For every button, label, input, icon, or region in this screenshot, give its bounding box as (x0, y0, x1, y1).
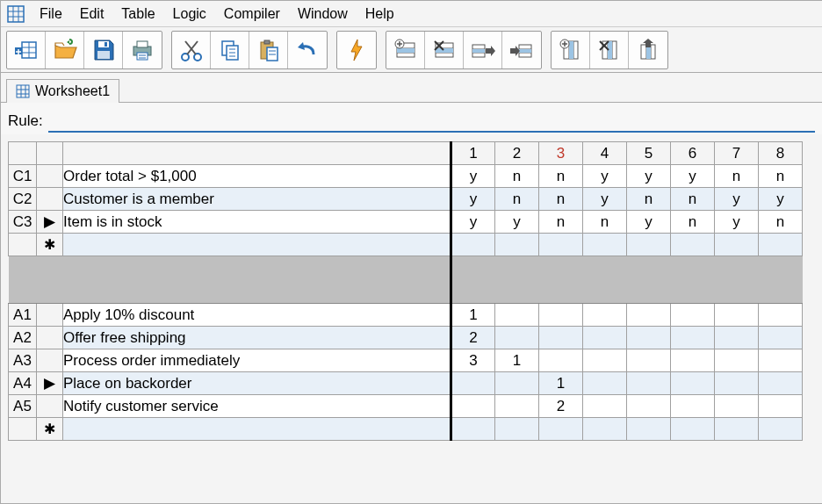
cell[interactable]: n (495, 188, 539, 211)
cell[interactable]: y (451, 165, 495, 188)
cell[interactable] (715, 349, 759, 372)
cell[interactable] (451, 372, 495, 395)
row-id[interactable]: A3 (9, 349, 37, 372)
move-row-out-button[interactable] (502, 32, 541, 68)
cell[interactable]: y (583, 165, 627, 188)
cell[interactable] (583, 372, 627, 395)
cell[interactable] (495, 418, 539, 441)
cell[interactable] (539, 304, 583, 327)
undo-button[interactable] (288, 32, 327, 68)
action-text[interactable]: Process order immediately (63, 349, 451, 372)
cell[interactable]: y (627, 165, 671, 188)
cell[interactable] (759, 418, 803, 441)
row-id[interactable]: A4 (9, 372, 37, 395)
move-row-right-button[interactable] (464, 32, 502, 68)
rule-header[interactable]: 3 (539, 142, 583, 165)
cell[interactable]: n (627, 188, 671, 211)
action-text[interactable]: Apply 10% discount (63, 304, 451, 327)
rule-header[interactable]: 6 (671, 142, 715, 165)
cell[interactable] (451, 395, 495, 418)
cell[interactable] (627, 349, 671, 372)
cell[interactable] (627, 327, 671, 349)
cell[interactable] (759, 349, 803, 372)
insert-column-button[interactable] (552, 32, 590, 68)
cell[interactable] (495, 304, 539, 327)
insert-row-button[interactable] (386, 32, 425, 68)
cell[interactable] (627, 372, 671, 395)
cell[interactable] (627, 234, 671, 256)
cell[interactable] (715, 395, 759, 418)
row-marker[interactable] (37, 304, 63, 327)
cell[interactable]: n (495, 165, 539, 188)
cell[interactable]: 1 (451, 304, 495, 327)
row-marker[interactable]: ▶ (37, 372, 63, 395)
rule-header[interactable]: 5 (627, 142, 671, 165)
cell[interactable] (451, 418, 495, 441)
cell[interactable]: n (539, 188, 583, 211)
cell[interactable] (671, 395, 715, 418)
row-id[interactable]: C3 (9, 211, 37, 234)
new-row-marker[interactable]: ✱ (37, 234, 63, 256)
menu-window[interactable]: Window (289, 3, 357, 25)
cell[interactable]: y (583, 188, 627, 211)
row-id[interactable]: A5 (9, 395, 37, 418)
cell[interactable]: n (583, 211, 627, 234)
cell[interactable]: y (451, 211, 495, 234)
cell[interactable]: n (715, 165, 759, 188)
cell[interactable] (495, 327, 539, 349)
row-id[interactable]: C1 (9, 165, 37, 188)
cell[interactable]: y (627, 211, 671, 234)
menu-compiler[interactable]: Compiler (215, 3, 289, 25)
cell[interactable] (671, 372, 715, 395)
cell[interactable]: n (671, 188, 715, 211)
cell[interactable]: y (759, 188, 803, 211)
menu-file[interactable]: File (31, 3, 71, 25)
action-text[interactable] (63, 418, 451, 441)
cell[interactable] (539, 234, 583, 256)
condition-text[interactable]: Order total > $1,000 (63, 165, 451, 188)
menu-table[interactable]: Table (112, 3, 163, 25)
condition-text[interactable]: Customer is a member (63, 188, 451, 211)
delete-column-button[interactable] (590, 32, 629, 68)
cell[interactable] (759, 395, 803, 418)
cell[interactable] (715, 372, 759, 395)
cell[interactable] (627, 395, 671, 418)
cell[interactable] (583, 349, 627, 372)
move-column-button[interactable] (629, 32, 667, 68)
cell[interactable]: y (451, 188, 495, 211)
rule-header[interactable]: 2 (495, 142, 539, 165)
action-text[interactable]: Notify customer service (63, 395, 451, 418)
cell[interactable]: y (715, 188, 759, 211)
cell[interactable] (759, 234, 803, 256)
delete-row-button[interactable] (425, 32, 464, 68)
cell[interactable]: y (495, 211, 539, 234)
cell[interactable] (759, 304, 803, 327)
save-button[interactable] (84, 32, 123, 68)
row-id[interactable] (9, 234, 37, 256)
row-marker[interactable] (37, 327, 63, 349)
cell[interactable] (627, 418, 671, 441)
cell[interactable] (627, 304, 671, 327)
cell[interactable]: n (671, 211, 715, 234)
cell[interactable]: 3 (451, 349, 495, 372)
menu-edit[interactable]: Edit (71, 3, 113, 25)
rule-header[interactable]: 4 (583, 142, 627, 165)
row-marker[interactable]: ▶ (37, 211, 63, 234)
cell[interactable] (583, 327, 627, 349)
cell[interactable]: 2 (539, 395, 583, 418)
cell[interactable] (539, 418, 583, 441)
menu-logic[interactable]: Logic (164, 3, 215, 25)
cell[interactable] (715, 327, 759, 349)
row-marker[interactable] (37, 349, 63, 372)
row-marker[interactable] (37, 395, 63, 418)
cell[interactable] (583, 304, 627, 327)
rule-header[interactable]: 7 (715, 142, 759, 165)
cell[interactable] (495, 372, 539, 395)
new-table-button[interactable] (7, 32, 46, 68)
rule-input[interactable] (48, 110, 815, 133)
cell[interactable] (671, 327, 715, 349)
cell[interactable] (671, 234, 715, 256)
cell[interactable] (583, 395, 627, 418)
rule-header[interactable]: 8 (759, 142, 803, 165)
cell[interactable] (715, 304, 759, 327)
